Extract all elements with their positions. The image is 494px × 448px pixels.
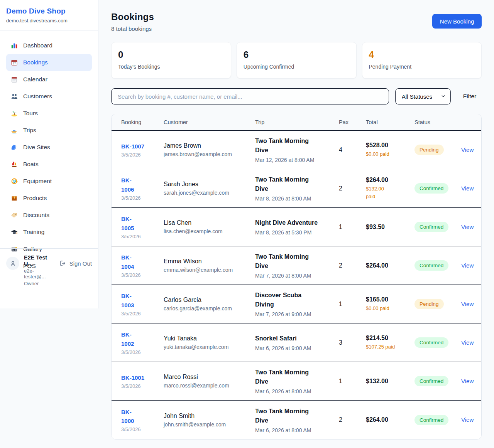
booking-id-link[interactable]: BK-1007 [121,142,144,151]
booking-id-cell: BK-10073/5/2026 [121,142,164,158]
customer-cell: James Brownjames.brown@example.com [164,142,255,157]
sidebar-item-label: Tours [23,110,38,117]
total-cell: $528.00$0.00 paid [366,142,414,158]
booking-date: 3/5/2026 [121,152,164,158]
shop-domain: demo.test.divestreams.com [6,18,92,24]
status-cell: Confirmed [414,222,461,232]
sidebar-item-label: Boats [23,161,39,168]
status-badge: Confirmed [414,260,448,271]
stat-label: Pending Payment [369,64,475,70]
tag-icon [10,211,18,219]
booking-row: BK-10013/5/2026Marco Rossimarco.rossi@ex… [112,362,481,401]
status-badge: Confirmed [414,183,448,194]
total-amount: $528.00 [366,142,414,149]
booking-id-link[interactable]: BK-1005 [121,214,134,232]
booking-id-link[interactable]: BK-1001 [121,373,144,382]
filter-row: All Statuses Filter [111,88,482,104]
trip-name: Snorkel Safari [255,334,339,343]
booking-date: 3/5/2026 [121,234,164,239]
column-header-pax: Pax [339,119,366,125]
customer-email: lisa.chen@example.com [164,228,255,234]
sign-out-label: Sign Out [69,260,92,267]
customer-name: Emma Wilson [164,258,255,265]
view-link[interactable]: View [461,224,474,230]
sidebar-item-customers[interactable]: Customers [6,88,92,105]
sidebar-item-calendar[interactable]: Calendar [6,71,92,88]
booking-id-link[interactable]: BK-1003 [121,291,134,310]
total-amount: $264.00 [366,416,414,423]
booking-row: BK-10033/5/2026Carlos Garciacarlos.garci… [112,285,481,323]
sidebar-item-bookings[interactable]: 17Bookings [6,54,92,71]
customer-email: sarah.jones@example.com [164,190,255,196]
status-cell: Confirmed [414,183,461,194]
status-cell: Confirmed [414,260,461,271]
booking-id-cell: BK-10043/5/2026 [121,253,164,278]
customer-email: carlos.garcia@example.com [164,305,255,312]
view-link[interactable]: View [461,147,474,153]
booking-row: BK-10003/5/2026John Smithjohn.smith@exam… [112,401,481,439]
trip-datetime: Mar 6, 2026 at 8:00 AM [255,388,339,394]
booking-id-link[interactable]: BK-1002 [121,330,134,348]
sidebar-item-dive-sites[interactable]: Dive Sites [6,139,92,156]
sidebar-item-tours[interactable]: Tours [6,105,92,122]
sidebar-item-trips[interactable]: Trips [6,122,92,139]
booking-id-cell: BK-10013/5/2026 [121,373,164,389]
search-input[interactable] [111,88,389,104]
sidebar-item-label: Discounts [23,212,49,219]
pax-count: 4 [339,147,366,153]
booking-row: BK-10073/5/2026James Brownjames.brown@ex… [112,131,481,169]
view-link[interactable]: View [461,378,474,384]
filter-button[interactable]: Filter [463,93,476,100]
status-badge: Confirmed [414,222,448,232]
sidebar-item-label: Trips [23,127,36,134]
new-booking-button[interactable]: New Booking [432,14,482,29]
booking-id-link[interactable]: BK-1006 [121,176,134,194]
customer-email: james.brown@example.com [164,151,255,157]
customer-cell: Carlos Garciacarlos.garcia@example.com [164,296,255,312]
stat-card-upcoming-confirmed: 6Upcoming Confirmed [237,42,357,79]
sidebar-item-dashboard[interactable]: Dashboard [6,37,92,54]
status-filter-select[interactable]: All Statuses [395,88,451,104]
sign-out-button[interactable]: Sign Out [59,260,92,267]
action-cell: View [461,262,474,269]
column-header-trip: Trip [255,119,339,125]
sidebar-item-label: Training [23,229,44,236]
action-cell: View [461,301,474,308]
dive-mask-icon [10,177,18,185]
table-header-row: BookingCustomerTripPaxTotalStatus [112,114,481,131]
paid-amount: $132.00paid [366,185,414,200]
view-link[interactable]: View [461,339,474,346]
page-header: Bookings 8 total bookings New Booking [111,12,482,32]
booking-id-link[interactable]: BK-1004 [121,253,134,271]
view-link[interactable]: View [461,262,474,269]
sidebar-item-boats[interactable]: Boats [6,156,92,173]
trip-datetime: Mar 8, 2026 at 8:00 AM [255,195,339,202]
paid-amount: $0.00 paid [366,150,414,158]
customer-email: marco.rossi@example.com [164,382,255,389]
stat-value: 0 [118,49,224,60]
total-cell: $264.00 [366,262,414,269]
sidebar-item-discounts[interactable]: Discounts [6,207,92,224]
sidebar-item-training[interactable]: Training [6,224,92,241]
trip-cell: Two Tank MorningDiveMar 6, 2026 at 8:00 … [255,407,339,433]
sidebar-item-products[interactable]: Products [6,190,92,207]
trip-cell: Two Tank MorningDiveMar 8, 2026 at 8:00 … [255,175,339,202]
page-title-block: Bookings 8 total bookings [111,12,154,32]
bookings-table: BookingCustomerTripPaxTotalStatus BK-100… [111,114,482,440]
action-cell: View [461,378,474,385]
sidebar-item-label: Dive Sites [23,144,50,151]
view-link[interactable]: View [461,301,474,307]
booking-id-cell: BK-10053/5/2026 [121,214,164,239]
view-link[interactable]: View [461,416,474,423]
total-cell: $264.00 [366,416,414,423]
pax-count: 1 [339,224,366,231]
total-cell: $264.00$132.00paid [366,177,414,200]
table-body: BK-10073/5/2026James Brownjames.brown@ex… [112,131,481,439]
booking-row: BK-10023/5/2026Yuki Tanakayuki.tanaka@ex… [112,323,481,362]
booking-date: 3/5/2026 [121,195,164,201]
sidebar-item-equipment[interactable]: Equipment [6,173,92,190]
trip-cell: Discover ScubaDivingMar 7, 2026 at 9:00 … [255,291,339,317]
view-link[interactable]: View [461,185,474,192]
booking-id-link[interactable]: BK-1000 [121,408,134,426]
booking-row: BK-10043/5/2026Emma Wilsonemma.wilson@ex… [112,246,481,285]
